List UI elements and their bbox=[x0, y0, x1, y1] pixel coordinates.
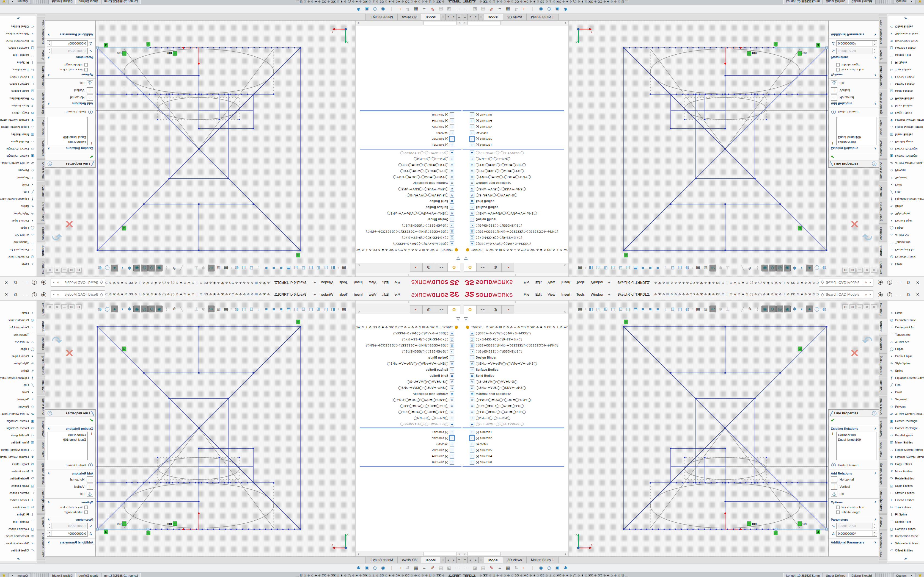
sketch-tool-item[interactable]: ✂ Trim Entities bbox=[887, 66, 924, 73]
headsup-tool-icon[interactable]: ▤ bbox=[577, 264, 583, 271]
bottom-toolbar-icon[interactable]: ◪ bbox=[445, 6, 453, 12]
collapse-chevron-icon[interactable]: ∧ bbox=[874, 56, 876, 60]
options-header[interactable]: Options ∧ bbox=[45, 498, 95, 505]
doc-window-control-icon[interactable]: ◧ bbox=[842, 268, 848, 272]
tree-row[interactable]: ▸ A ◯ƧИ⊙◦✛∀✛⊙И∀◯◦◯∀И⊙✛∀✛◦⊙ИƧ◯ bbox=[355, 211, 462, 216]
sketch-tool-item[interactable]: ▱ 3 Point Center Recta... bbox=[887, 160, 924, 167]
sketch-tool-item[interactable]: ⧉ Copy Entities bbox=[0, 461, 37, 467]
headsup-tool-icon[interactable]: ■ bbox=[640, 306, 646, 313]
confirm-exit-sketch-icon[interactable]: ↶ bbox=[52, 229, 62, 243]
document-tab[interactable]: Model bbox=[484, 557, 503, 563]
headsup-tool-icon[interactable]: ▾ bbox=[230, 306, 233, 313]
add-relations-header[interactable]: Add Relations ∧ bbox=[45, 101, 95, 108]
menu-item[interactable]: File bbox=[520, 279, 532, 286]
headsup-tool-icon[interactable]: ◱ bbox=[625, 264, 632, 271]
headsup-tool-icon[interactable]: ╱ bbox=[178, 306, 185, 313]
sketch-tool-item[interactable]: ↻ Rotate Entities bbox=[0, 95, 37, 102]
relation-button[interactable]: ⚓ bbox=[831, 491, 837, 497]
headsup-tool-icon[interactable]: ⊟ bbox=[669, 264, 676, 271]
spinner[interactable]: ▲▼ bbox=[873, 530, 877, 537]
headsup-tool-icon[interactable]: ◧ bbox=[587, 264, 594, 271]
commandmanager-tab[interactable]: Mold Tools bbox=[879, 440, 887, 460]
headsup-tool-icon[interactable]: ◰ bbox=[307, 306, 314, 313]
sketch-tool-item[interactable]: ⊂ Offset Entities bbox=[887, 23, 924, 30]
relation-button[interactable]: ❘ bbox=[831, 484, 837, 490]
sketch-tool-item[interactable]: ⌒ Tangent Arc bbox=[887, 239, 924, 246]
tree-row[interactable]: ▸ ◙ Solid Bodies bbox=[462, 198, 569, 205]
commandmanager-tab[interactable]: MBD Dimensions bbox=[879, 17, 887, 47]
parameters-header[interactable]: Parameters ∧ bbox=[45, 516, 95, 522]
parameter-field[interactable]: 10.88152731 bbox=[836, 48, 873, 54]
headsup-tool-icon[interactable]: ▨ bbox=[215, 264, 222, 271]
headsup-tool-icon[interactable]: ◐ bbox=[799, 306, 806, 313]
scroll-thumb[interactable] bbox=[467, 21, 501, 25]
headsup-tool-icon[interactable]: ↓ bbox=[255, 306, 262, 313]
commandmanager-tab[interactable]: Sheet Metal bbox=[37, 160, 45, 181]
headsup-tool-icon[interactable]: ◉ bbox=[784, 306, 791, 313]
headsup-tool-icon[interactable]: ▾ bbox=[584, 306, 587, 313]
headsup-tool-icon[interactable]: ◍ bbox=[96, 306, 103, 313]
sketch-tool-item[interactable]: ◇ Polygon bbox=[887, 167, 924, 174]
expand-panel-icon[interactable]: › bbox=[358, 263, 360, 268]
sketch-tool-item[interactable]: ⌒ Tangent Arc bbox=[887, 331, 924, 338]
tree-row[interactable]: ▸ ⌖ ◯ИИ◦◦⊙◯◦◯⊙◦◦ИИ◯ bbox=[355, 156, 462, 162]
sketch-tool-item[interactable]: ⊤ Extend Entities bbox=[887, 496, 924, 504]
tree-row[interactable]: ▸ ≣ Material <not specified> bbox=[355, 391, 462, 397]
headsup-tool-icon[interactable]: ▨ bbox=[215, 306, 222, 313]
headsup-tool-icon[interactable]: ✱ bbox=[791, 264, 798, 271]
document-tab[interactable]: 3D Views bbox=[397, 557, 421, 563]
tree-row[interactable]: ▸ ∟ (-) Sketch1 bbox=[462, 142, 569, 148]
headsup-tool-icon[interactable]: ▾ bbox=[337, 306, 340, 313]
sketch-tool-item[interactable]: ⌊ Fit Spline bbox=[0, 511, 37, 518]
tree-row[interactable]: ▸ ∟ (-) Sketch6 bbox=[355, 112, 462, 118]
commandmanager-tab[interactable]: Mesh Modeling bbox=[879, 90, 887, 116]
scroll-right-icon[interactable]: ▸ bbox=[355, 552, 360, 555]
headsup-tool-icon[interactable]: ▨ bbox=[702, 264, 709, 271]
tree-row[interactable]: ▸ ▱ ◯⊙✛◯✱⊙Ɔ◯◦◯Ɔ⊙✱◯✛⊙◯ bbox=[355, 168, 462, 174]
headsup-tool-icon[interactable]: ▤ bbox=[223, 264, 229, 271]
parameter-field[interactable]: 10.88152731 bbox=[51, 523, 88, 529]
collapse-chevron-icon[interactable]: ∧ bbox=[874, 500, 876, 504]
commandmanager-tab[interactable]: MBD Dimensions bbox=[37, 530, 45, 560]
headsup-tool-icon[interactable]: ⌒ bbox=[732, 306, 739, 313]
panel-help-icon[interactable]: ? bbox=[872, 162, 876, 166]
tree-row[interactable]: ▸ ◷ ◯∧⊙✛ƧƧ◦Я◯◦◯Я◦ƧƧ✛⊙∧◯ bbox=[355, 336, 462, 342]
close-button[interactable]: ✕ bbox=[2, 291, 11, 298]
headsup-tool-icon[interactable]: ⊕ bbox=[200, 306, 207, 313]
pin-icon[interactable]: ✦ bbox=[313, 292, 317, 297]
headsup-tool-icon[interactable]: ◉ bbox=[761, 306, 768, 313]
commandmanager-tab[interactable]: Mesh Modeling bbox=[879, 461, 887, 487]
tree-row[interactable]: ▸ ▢ Design Binder bbox=[355, 355, 462, 361]
collapse-chevron-icon[interactable]: ∧ bbox=[48, 102, 50, 105]
confirm-exit-sketch-icon[interactable]: ↶ bbox=[862, 229, 872, 243]
expand-chevron-icon[interactable]: ∨ bbox=[48, 33, 50, 37]
tree-row[interactable]: ▸ ✎ ◯Ƨ◦U✱∀M◯◦◯M∀✱U◦Ƨ◯ bbox=[355, 379, 462, 385]
sketch-tool-item[interactable]: ◔ Centerpoint Arc bbox=[887, 246, 924, 253]
tree-row[interactable]: ▸ ∟ (-) Sketch6 bbox=[462, 112, 569, 118]
help-icon[interactable]: ? bbox=[30, 291, 39, 298]
cancel-sketch-icon[interactable]: ✕ bbox=[850, 347, 859, 359]
filter-funnel-icon[interactable]: ▽ bbox=[457, 316, 460, 321]
panel-grip[interactable]: ● bbox=[462, 301, 569, 304]
commandmanager-tab[interactable]: Data Migration bbox=[879, 488, 887, 514]
document-tab[interactable]: Motion Study 1 bbox=[527, 557, 559, 563]
ok-checkmark-icon[interactable]: ✔ bbox=[829, 153, 879, 160]
headsup-tool-icon[interactable]: ⌒ bbox=[732, 264, 739, 271]
tree-row[interactable]: ▸ ◕ ◯Ƨ⊙ƧИƐƧƧ◯◦◯ƧƧƐИƧ⊙Ƨ◯ bbox=[462, 348, 569, 355]
sketch-tool-item[interactable]: ⌒ Tangent Arc bbox=[0, 239, 37, 246]
tree-row[interactable]: ▸ ▰ ◯ƧƧƐИV∀U◦◯◦◯◦U∀VИƐƧƧ◯ bbox=[462, 150, 569, 156]
menu-item[interactable]: Edit bbox=[380, 279, 392, 286]
headsup-tool-icon[interactable]: ↓ bbox=[255, 264, 262, 271]
sketch-tool-item[interactable]: ⌒ Tangent Arc bbox=[0, 331, 37, 338]
manager-tab[interactable]: ◔ bbox=[502, 305, 514, 314]
headsup-tool-icon[interactable]: ╱ bbox=[178, 264, 185, 271]
headsup-tool-icon[interactable]: ▾ bbox=[584, 264, 587, 271]
sketch-tool-item[interactable]: ↗ Move Entities bbox=[0, 467, 37, 475]
tree-row[interactable]: ▸ ◙ Solid Bodies bbox=[462, 372, 569, 379]
bottom-toolbar-icon[interactable]: ≡ bbox=[496, 7, 504, 12]
sketch-tool-item[interactable]: ◖ Partial Ellipse bbox=[0, 353, 37, 359]
headsup-tool-icon[interactable]: ◯ bbox=[813, 306, 820, 313]
headsup-tool-icon[interactable]: ■ bbox=[270, 264, 277, 271]
bottom-toolbar-icon[interactable]: ▤ bbox=[479, 565, 487, 571]
headsup-tool-icon[interactable]: ◎ bbox=[141, 306, 148, 313]
